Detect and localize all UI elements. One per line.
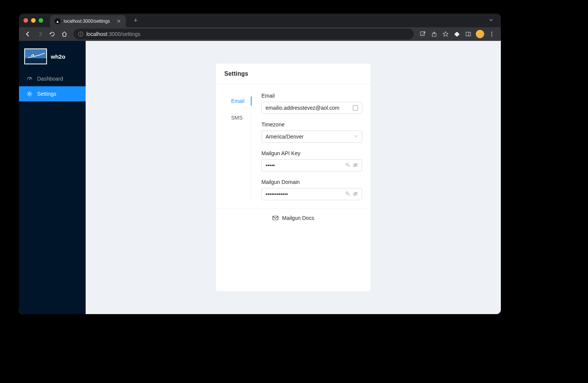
url-input[interactable]: localhost:3000/settings	[74, 29, 414, 39]
field-timezone: Timezone America/Denver	[261, 121, 362, 143]
sidebar: wh2o Dashboard Settings	[19, 41, 86, 314]
info-icon	[78, 31, 83, 37]
tab-email[interactable]: Email	[224, 96, 251, 106]
card-header: Settings	[216, 64, 371, 84]
eye-off-icon[interactable]	[353, 191, 358, 198]
extensions-icon[interactable]	[452, 29, 462, 39]
mail-icon	[272, 215, 278, 221]
form-area: Email emailio.addresstevez@aol.com Timez…	[252, 93, 362, 200]
tab-favicon-icon: ▲	[55, 18, 61, 24]
mailgun-key-input[interactable]: •••••	[261, 159, 362, 171]
app-name: wh2o	[51, 53, 65, 60]
new-tab-button[interactable]: +	[130, 15, 141, 26]
tab-sms[interactable]: SMS	[224, 112, 251, 123]
share-icon[interactable]	[429, 29, 439, 39]
traffic-lights	[23, 18, 43, 23]
chevron-down-icon	[354, 134, 358, 139]
bookmark-star-icon[interactable]	[440, 29, 451, 39]
field-email: Email emailio.addresstevez@aol.com	[261, 93, 362, 114]
sidebar-item-dashboard[interactable]: Dashboard	[19, 71, 86, 86]
profile-avatar[interactable]	[476, 30, 484, 38]
browser-window: ▲ localhost:3000/settings ✕ + localhost:…	[19, 14, 501, 314]
field-mailgun-key: Mailgun API Key •••••	[261, 150, 362, 171]
sidebar-item-label: Settings	[37, 91, 56, 97]
sidebar-item-settings[interactable]: Settings	[19, 86, 86, 101]
url-text: localhost:3000/settings	[86, 31, 140, 37]
settings-tabs: Email SMS	[224, 93, 252, 200]
footer-link-label: Mailgun Docs	[282, 215, 314, 221]
window-close-button[interactable]	[23, 18, 28, 23]
address-bar: localhost:3000/settings	[19, 27, 501, 41]
eye-off-icon[interactable]	[353, 162, 358, 169]
card-body: Email SMS Email emailio.addresstevez@aol…	[216, 84, 371, 209]
svg-rect-5	[466, 32, 471, 36]
sidebar-item-label: Dashboard	[37, 76, 63, 82]
timezone-select[interactable]: America/Denver	[261, 131, 362, 143]
toolbar-right	[418, 29, 497, 39]
autofill-icon[interactable]	[353, 105, 358, 111]
tab-title: localhost:3000/settings	[64, 19, 110, 24]
settings-card: Settings Email SMS Email emailio.address…	[216, 64, 371, 291]
svg-point-10	[33, 54, 34, 56]
email-label: Email	[261, 93, 362, 99]
browser-title-bar: ▲ localhost:3000/settings ✕ +	[19, 14, 501, 27]
mailgun-docs-link[interactable]: Mailgun Docs	[216, 209, 371, 227]
forward-button[interactable]	[35, 29, 45, 39]
back-button[interactable]	[23, 29, 33, 39]
svg-point-9	[491, 36, 493, 37]
mailgun-domain-label: Mailgun Domain	[261, 179, 362, 185]
email-input[interactable]: emailio.addresstevez@aol.com	[261, 102, 362, 114]
tab-close-button[interactable]: ✕	[117, 18, 121, 24]
menu-dots-icon[interactable]	[486, 29, 497, 39]
mailgun-domain-input[interactable]: ••••••••••••	[261, 188, 362, 200]
panel-icon[interactable]	[463, 29, 474, 39]
window-minimize-button[interactable]	[31, 18, 36, 23]
svg-rect-3	[421, 32, 424, 36]
mailgun-key-label: Mailgun API Key	[261, 150, 362, 156]
main-content: Settings Email SMS Email emailio.address…	[86, 41, 501, 314]
app-viewport: wh2o Dashboard Settings Settings	[19, 41, 501, 314]
logo-block[interactable]: wh2o	[19, 45, 86, 71]
tabs-dropdown-button[interactable]	[486, 16, 496, 25]
window-maximize-button[interactable]	[39, 18, 43, 23]
svg-rect-19	[273, 216, 278, 220]
page-title: Settings	[224, 70, 362, 77]
logo-image	[24, 48, 47, 64]
key-icon[interactable]	[345, 162, 350, 169]
reload-button[interactable]	[47, 29, 58, 39]
key-icon[interactable]	[345, 191, 350, 198]
gear-icon	[27, 91, 33, 97]
browser-tab[interactable]: ▲ localhost:3000/settings ✕	[50, 15, 126, 27]
timezone-label: Timezone	[261, 121, 362, 128]
open-external-icon[interactable]	[418, 29, 428, 39]
svg-point-11	[29, 79, 30, 80]
svg-point-7	[491, 32, 493, 33]
svg-point-2	[80, 33, 81, 33]
svg-point-12	[29, 93, 31, 95]
dashboard-icon	[27, 76, 33, 82]
field-mailgun-domain: Mailgun Domain ••••••••••••	[261, 179, 362, 200]
svg-point-8	[491, 34, 493, 35]
home-button[interactable]	[59, 29, 70, 39]
